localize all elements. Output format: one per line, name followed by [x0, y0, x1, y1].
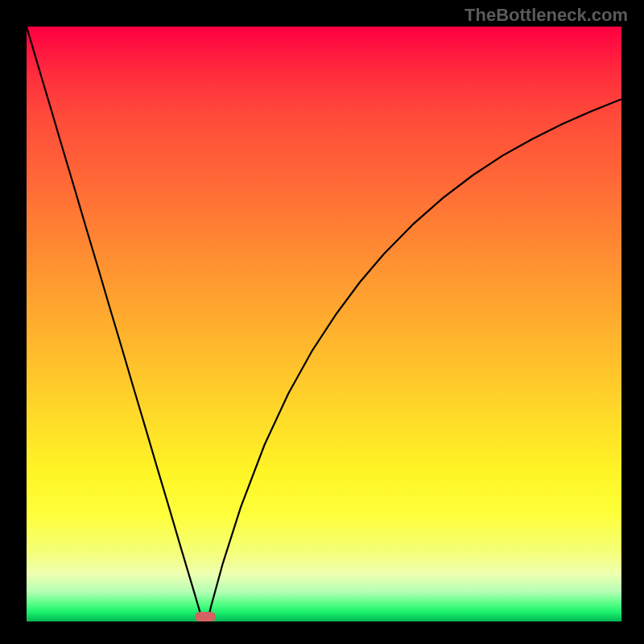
optimal-point-marker	[195, 612, 216, 621]
plot-area	[27, 27, 621, 621]
watermark-text: TheBottleneck.com	[464, 5, 628, 26]
bottleneck-curve	[27, 27, 621, 621]
chart-container: TheBottleneck.com	[0, 0, 644, 644]
